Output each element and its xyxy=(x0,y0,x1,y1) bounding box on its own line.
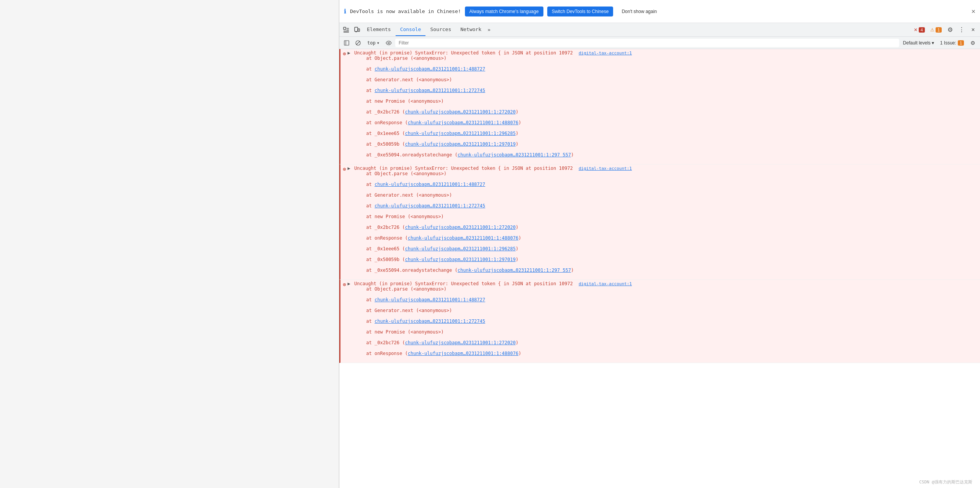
always-match-button[interactable]: Always match Chrome's language xyxy=(465,7,543,16)
filter-input[interactable] xyxy=(395,39,899,47)
error-count: 4 xyxy=(919,27,925,33)
stack-line: at _0x2bc726 (chunk-ulufuzjscobapm…02312… xyxy=(347,225,978,230)
console-toolbar: top ▾ Default levels ▾ 1 Issue: 1 ⚙ xyxy=(339,37,980,49)
stack-line: at chunk-ulufuzjscobapm…0231211001:1:272… xyxy=(347,319,978,324)
webpage-area xyxy=(0,0,339,488)
live-expressions-button[interactable] xyxy=(384,38,394,48)
error-circle-icon: ⊗ xyxy=(343,281,346,288)
stack-line: at _0x2bc726 (chunk-ulufuzjscobapm…02312… xyxy=(347,109,978,115)
error-count-badge[interactable]: ✕ 4 xyxy=(911,26,927,33)
error-text-main: Uncaught (in promise) SyntaxError: Unexp… xyxy=(354,166,573,171)
stack-link[interactable]: chunk-ulufuzjscobapm…0231211001:1:488727 xyxy=(375,66,485,72)
stack-link[interactable]: chunk-ulufuzjscobapm…0231211001:1:297019 xyxy=(405,257,515,262)
notification-message: DevTools is now available in Chinese! xyxy=(350,8,461,14)
stack-link[interactable]: chunk-ulufuzjscobapm…0231211001:1:272020 xyxy=(405,225,515,230)
dont-show-button[interactable]: Don't show again xyxy=(617,7,661,16)
stack-line: at Object.parse (<anonymous>) xyxy=(347,56,978,61)
console-sidebar-button[interactable] xyxy=(342,38,352,48)
svg-rect-8 xyxy=(344,41,349,45)
stack-link[interactable]: chunk-ulufuzjscobapm…0231211001:1:488076 xyxy=(408,351,519,356)
stack-link[interactable]: chunk-ulufuzjscobapm…0231211001:1:297 55… xyxy=(458,152,571,158)
stack-line: at Generator.next (<anonymous>) xyxy=(347,77,978,82)
expand-arrow-icon[interactable]: ▶ xyxy=(347,281,350,286)
stack-link[interactable]: chunk-ulufuzjscobapm…0231211001:1:297019 xyxy=(405,141,515,147)
error-source-link[interactable]: digital-tax-account:1 xyxy=(579,51,632,56)
svg-rect-6 xyxy=(358,29,360,31)
default-levels-chevron-icon: ▾ xyxy=(932,40,934,46)
inspect-element-button[interactable] xyxy=(341,25,352,35)
stack-line: at chunk-ulufuzjscobapm…0231211001:1:488… xyxy=(347,66,978,72)
stack-link[interactable]: chunk-ulufuzjscobapm…0231211001:1:488076 xyxy=(408,235,519,241)
console-error-entry: ⊗ ▶ Uncaught (in promise) SyntaxError: U… xyxy=(339,280,980,363)
stack-line: at onResponse (chunk-ulufuzjscobapm…0231… xyxy=(347,235,978,241)
stack-line: at _0x1eee65 (chunk-ulufuzjscobapm…02312… xyxy=(347,246,978,251)
console-settings-button[interactable]: ⚙ xyxy=(968,38,978,48)
tab-network[interactable]: Network xyxy=(456,23,486,36)
stack-link[interactable]: chunk-ulufuzjscobapm…0231211001:1:488076 xyxy=(408,120,519,125)
stack-link[interactable]: chunk-ulufuzjscobapm…0231211001:1:297 55… xyxy=(458,268,571,273)
devtools-settings-button[interactable]: ⚙ xyxy=(945,25,955,35)
switch-chinese-button[interactable]: Switch DevTools to Chinese xyxy=(547,7,614,16)
stack-line: at chunk-ulufuzjscobapm…0231211001:1:488… xyxy=(347,297,978,302)
tab-sources[interactable]: Sources xyxy=(425,23,456,36)
expand-arrow-icon[interactable]: ▶ xyxy=(347,50,350,56)
issues-count-badge: 1 xyxy=(958,40,964,46)
warning-count-badge[interactable]: ⚠ 1 xyxy=(928,26,944,33)
stack-line: at _0xe55094.onreadystatechange (chunk-u… xyxy=(347,152,978,158)
stack-link[interactable]: chunk-ulufuzjscobapm…0231211001:1:272020 xyxy=(405,340,515,345)
stack-line: at _0x1eee65 (chunk-ulufuzjscobapm…02312… xyxy=(347,131,978,136)
issues-button[interactable]: 1 Issue: 1 xyxy=(938,39,966,46)
close-notification-button[interactable]: × xyxy=(971,8,975,15)
context-selector[interactable]: top ▾ xyxy=(365,39,382,47)
default-levels-button[interactable]: Default levels ▾ xyxy=(901,39,936,46)
error-text-main: Uncaught (in promise) SyntaxError: Unexp… xyxy=(354,50,573,56)
stack-line: at Generator.next (<anonymous>) xyxy=(347,192,978,198)
context-chevron-icon: ▾ xyxy=(377,40,380,46)
stack-line: at chunk-ulufuzjscobapm…0231211001:1:488… xyxy=(347,182,978,187)
stack-link[interactable]: chunk-ulufuzjscobapm…0231211001:1:272020 xyxy=(405,109,515,115)
watermark: CSDN @强有力的斯巴达克斯 xyxy=(919,479,972,485)
console-error-message: ▶ Uncaught (in promise) SyntaxError: Une… xyxy=(347,166,978,278)
error-source-link[interactable]: digital-tax-account:1 xyxy=(579,281,632,286)
stack-link[interactable]: chunk-ulufuzjscobapm…0231211001:1:272745 xyxy=(375,203,485,209)
stack-line: at Generator.next (<anonymous>) xyxy=(347,308,978,313)
tabs-overflow-button[interactable]: » xyxy=(486,27,492,33)
svg-point-12 xyxy=(388,42,389,44)
error-circle-icon: ⊗ xyxy=(343,166,346,172)
warning-icon: ⚠ xyxy=(930,27,934,33)
svg-rect-5 xyxy=(355,27,358,31)
default-levels-label: Default levels xyxy=(903,40,931,46)
stack-line: at _0xe55094.onreadystatechange (chunk-u… xyxy=(347,268,978,273)
stack-link[interactable]: chunk-ulufuzjscobapm…0231211001:1:272745 xyxy=(375,88,485,93)
notification-bar: ℹ DevTools is now available in Chinese! … xyxy=(339,0,980,23)
stack-line: at chunk-ulufuzjscobapm…0231211001:1:272… xyxy=(347,88,978,93)
device-toggle-button[interactable] xyxy=(352,25,362,35)
stack-link[interactable]: chunk-ulufuzjscobapm…0231211001:1:296285 xyxy=(405,131,515,136)
stack-link[interactable]: chunk-ulufuzjscobapm…0231211001:1:272745 xyxy=(375,319,485,324)
stack-line: at _0x50059b (chunk-ulufuzjscobapm…02312… xyxy=(347,257,978,262)
devtools-more-button[interactable]: ⋮ xyxy=(956,25,967,35)
error-source-link[interactable]: digital-tax-account:1 xyxy=(579,166,632,171)
console-output[interactable]: ⊗ ▶ Uncaught (in promise) SyntaxError: U… xyxy=(339,49,980,488)
stack-line: at _0x2bc726 (chunk-ulufuzjscobapm…02312… xyxy=(347,340,978,345)
error-circle-icon: ⊗ xyxy=(343,51,346,57)
console-error-entry: ⊗ ▶ Uncaught (in promise) SyntaxError: U… xyxy=(339,49,980,164)
stack-link[interactable]: chunk-ulufuzjscobapm…0231211001:1:296285 xyxy=(405,246,515,251)
stack-line: at onResponse (chunk-ulufuzjscobapm…0231… xyxy=(347,120,978,125)
stack-line: at new Promise (<anonymous>) xyxy=(347,99,978,104)
devtools-panel: ℹ DevTools is now available in Chinese! … xyxy=(339,0,980,488)
stack-link[interactable]: chunk-ulufuzjscobapm…0231211001:1:488727 xyxy=(375,297,485,302)
stack-link[interactable]: chunk-ulufuzjscobapm…0231211001:1:488727 xyxy=(375,182,485,187)
devtools-close-button[interactable]: × xyxy=(968,25,978,35)
console-error-message: ▶ Uncaught (in promise) SyntaxError: Une… xyxy=(347,50,978,163)
console-clear-button[interactable] xyxy=(353,38,363,48)
stack-line: at onResponse (chunk-ulufuzjscobapm…0231… xyxy=(347,351,978,356)
console-error-entry: ⊗ ▶ Uncaught (in promise) SyntaxError: U… xyxy=(339,164,980,280)
tab-elements[interactable]: Elements xyxy=(362,23,396,36)
tabs-bar: Elements Console Sources Network » ✕ 4 ⚠… xyxy=(339,23,980,37)
svg-line-11 xyxy=(357,41,360,44)
tab-console[interactable]: Console xyxy=(396,23,426,36)
expand-arrow-icon[interactable]: ▶ xyxy=(347,166,350,171)
stack-line: at new Promise (<anonymous>) xyxy=(347,329,978,335)
stack-line: at _0x50059b (chunk-ulufuzjscobapm…02312… xyxy=(347,141,978,147)
